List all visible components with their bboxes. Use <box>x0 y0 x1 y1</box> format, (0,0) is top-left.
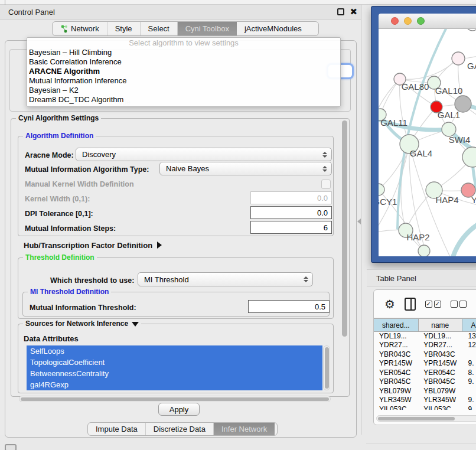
table-row[interactable]: YBR045CYBR045C9. <box>374 377 476 387</box>
minimized-panel-icon[interactable] <box>5 444 17 450</box>
table-cell: 8. <box>463 368 476 377</box>
attributes-scrollbar[interactable] <box>323 345 330 390</box>
close-traffic-light-icon[interactable] <box>391 17 399 25</box>
columns-icon[interactable] <box>405 298 416 311</box>
control-panel-tabbar: NetworkStyleSelectCyni ToolboxjActiveMNo… <box>52 21 319 36</box>
network-node-label: GAL4 <box>410 148 432 158</box>
table-panel-header: Table Panel <box>367 269 476 287</box>
tab-jactivemnodules[interactable]: jActiveMNodules <box>237 22 309 35</box>
which-threshold-value: MI Threshold <box>144 275 189 284</box>
tab-cyni-toolbox[interactable]: Cyni Toolbox <box>178 22 237 35</box>
manual-kernel-width-label: Manual Kernel Width Definition <box>25 180 134 188</box>
manual-kernel-width-checkbox[interactable] <box>321 180 331 189</box>
table-rows-viewport[interactable]: YDL19...YDL19...13YDR27...YDR27...12YBR0… <box>374 331 476 410</box>
algorithm-option[interactable]: Dream8 DC_TDC Algorithm <box>27 95 340 105</box>
algorithm-option[interactable]: Bayesian – K2 <box>27 86 340 95</box>
column-header[interactable]: A <box>462 319 476 332</box>
mi-algorithm-type-value: Naive Bayes <box>166 164 209 173</box>
settings-vertical-scrollbar[interactable] <box>341 119 348 396</box>
table-cell: 12 <box>463 341 476 350</box>
splitpane-grip-icon[interactable] <box>357 219 361 224</box>
spinner-arrows-icon <box>304 276 308 282</box>
network-view-window[interactable]: GALGAL80GAL10GAL1GAL11SWI4GAL4HAP4YGCY1H… <box>371 6 476 263</box>
data-attributes-label: Data Attributes <box>24 334 79 343</box>
column-header[interactable]: name <box>418 319 462 332</box>
mi-algorithm-type-label: Mutual Information Algorithm Type: <box>25 165 149 174</box>
settings-horizontal-scrollbar[interactable] <box>19 396 331 402</box>
zoom-traffic-light-icon[interactable] <box>417 17 425 25</box>
spinner-arrows-icon <box>322 152 327 158</box>
table-cell: YLR345W <box>374 396 418 405</box>
network-edge[interactable] <box>401 144 409 230</box>
table-row[interactable]: YLR345WYLR345W9. <box>374 396 476 405</box>
network-canvas[interactable]: GALGAL80GAL10GAL1GAL11SWI4GAL4HAP4YGCY1H… <box>379 29 476 256</box>
mi-algorithm-type-combobox[interactable]: Naive Bayes <box>159 162 332 175</box>
network-node-label: GAL1 <box>438 110 460 120</box>
expand-arrow-icon <box>157 242 162 249</box>
attribute-item[interactable]: gal4RGexp <box>27 379 322 390</box>
data-attributes-list[interactable]: SelfLoopsTopologicalCoefficientBetweenne… <box>27 345 322 390</box>
network-node-outline_tr[interactable] <box>466 29 476 31</box>
table-panel-card: ⚙ ✓✓ shared...nameA YDL19...YDL19...13YD… <box>373 289 476 425</box>
toolbar-separator <box>5 0 5 5</box>
gear-icon[interactable]: ⚙ <box>384 297 395 311</box>
network-node-pink_top[interactable] <box>452 52 465 65</box>
network-window-titlebar[interactable] <box>379 14 476 29</box>
table-row[interactable]: YIL053CYIL053C9. <box>374 405 476 410</box>
table-horizontal-scrollbar[interactable] <box>376 415 476 422</box>
which-threshold-combobox[interactable]: MI Threshold <box>138 272 313 286</box>
bottom-tab-impute-data[interactable]: Impute Data <box>88 423 146 435</box>
table-row[interactable]: YDR27...YDR27...12 <box>374 341 476 350</box>
mi-threshold-input[interactable]: 0.5 <box>248 300 330 313</box>
kernel-width-input[interactable]: 0.0 <box>250 191 332 204</box>
table-cell: YER054C <box>418 368 462 377</box>
aracne-mode-combobox[interactable]: Discovery <box>76 148 332 161</box>
apply-button[interactable]: Apply <box>158 403 200 416</box>
table-row[interactable]: YBR043CYBR043C <box>374 350 476 359</box>
network-edge-highlighted[interactable] <box>452 221 476 256</box>
table-row[interactable]: YDL19...YDL19...13 <box>374 331 476 341</box>
deselect-all-checkboxes-icon[interactable] <box>451 301 467 308</box>
algorithm-option[interactable]: Basic Correlation Inference <box>27 57 340 67</box>
sources-group-title[interactable]: Sources for Network Inference <box>23 319 141 328</box>
close-icon[interactable]: ✖ <box>350 6 357 17</box>
network-node-label: GAL <box>467 61 476 71</box>
network-node-gcy1[interactable] <box>379 184 384 195</box>
table-cell: YPR145W <box>418 359 462 369</box>
table-cell: 13 <box>463 331 476 341</box>
network-node-bottom_p[interactable] <box>418 245 430 256</box>
bottom-tab-infer-network[interactable]: Infer Network <box>214 423 275 435</box>
float-window-icon[interactable] <box>337 8 344 15</box>
bottom-tab-discretize-data[interactable]: Discretize Data <box>146 423 214 435</box>
attribute-item[interactable]: TopologicalCoefficient <box>27 357 322 368</box>
algorithm-dropdown-popup: Select algorithm to view settings Bayesi… <box>27 37 341 107</box>
node-table: shared...nameA <box>374 318 476 332</box>
table-row[interactable]: YER054CYER054C8. <box>374 368 476 377</box>
tab-style[interactable]: Style <box>107 22 141 35</box>
table-cell: YDL19... <box>374 331 418 341</box>
table-row[interactable]: YBL079WYBL079W <box>374 386 476 396</box>
tab-network[interactable]: Network <box>53 22 107 35</box>
dropdown-placeholder: Select algorithm to view settings <box>27 38 340 48</box>
minimize-traffic-light-icon[interactable] <box>404 17 412 25</box>
algorithm-option[interactable]: Mutual Information Inference <box>27 76 340 86</box>
dpi-tolerance-input[interactable]: 0.0 <box>250 206 332 219</box>
network-node-label: HAP2 <box>406 232 429 242</box>
mi-steps-input[interactable]: 6 <box>250 221 332 234</box>
select-all-checkboxes-icon[interactable]: ✓✓ <box>425 301 441 308</box>
hub-section-toggle[interactable]: Hub/Transcription Factor Definition <box>24 241 162 250</box>
algorithm-option[interactable]: Bayesian – Hill Climbing <box>27 48 340 57</box>
attribute-item[interactable]: BetweennessCentrality <box>27 368 322 379</box>
attribute-item[interactable]: SelfLoops <box>27 345 322 357</box>
network-node-label: GCY1 <box>379 197 397 207</box>
tab-select[interactable]: Select <box>141 22 178 35</box>
tab-label: jActiveMNodules <box>244 24 302 33</box>
table-row[interactable]: YPR145WYPR145W9. <box>374 359 476 369</box>
tab-label: Cyni Toolbox <box>185 24 229 33</box>
column-header[interactable]: shared... <box>374 319 418 332</box>
table-toolbar: ⚙ ✓✓ <box>374 290 476 318</box>
algorithm-option[interactable]: ARACNE Algorithm <box>27 67 340 76</box>
network-node-label: GAL11 <box>380 118 407 128</box>
panel-divider-line <box>366 444 476 444</box>
network-node-swi4[interactable] <box>462 147 476 167</box>
